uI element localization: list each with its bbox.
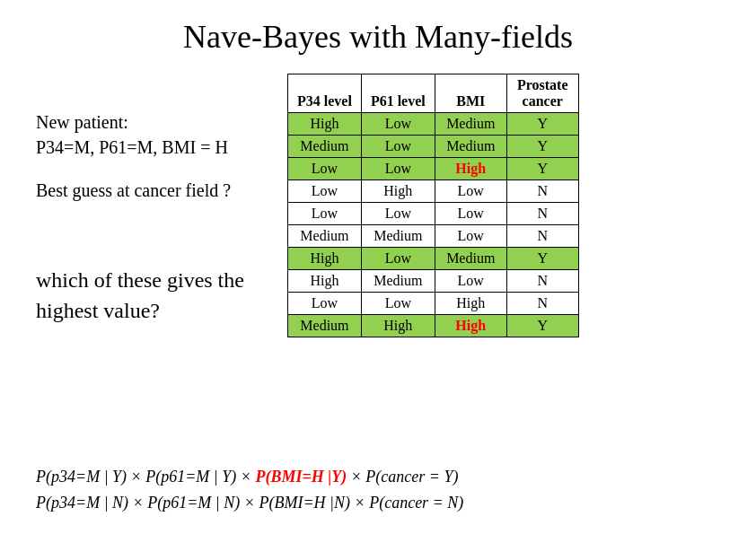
cell-cancer: N <box>506 203 578 225</box>
cell-p61: Low <box>361 136 435 158</box>
cell-cancer: N <box>506 293 578 315</box>
cell-p34: Medium <box>288 136 362 158</box>
table-panel: P34 level P61 level BMI Prostatecancer H… <box>287 74 720 337</box>
table-row: LowLowHighY <box>288 158 579 180</box>
cell-p34: Medium <box>288 225 362 248</box>
cell-bmi: Low <box>435 203 506 225</box>
table-row: MediumMediumLowN <box>288 225 579 248</box>
cell-p34: Low <box>288 158 362 180</box>
footer-line1: P(p34=M | Y) × P(p61=M | Y) × P(BMI=H |Y… <box>36 464 463 490</box>
cell-p61: High <box>361 180 435 203</box>
cell-p34: Low <box>288 293 362 315</box>
cell-bmi: High <box>435 158 506 180</box>
cell-cancer: Y <box>506 158 578 180</box>
table-row: LowLowLowN <box>288 203 579 225</box>
cell-p61: High <box>361 315 435 337</box>
cell-cancer: Y <box>506 136 578 158</box>
cell-bmi: Low <box>435 180 506 203</box>
cell-p61: Low <box>361 158 435 180</box>
table-header-row: P34 level P61 level BMI Prostatecancer <box>288 74 579 113</box>
main-content: New patient: P34=M, P61=M, BMI = H Best … <box>36 74 720 337</box>
table-row: HighLowMediumY <box>288 113 579 136</box>
cell-cancer: N <box>506 270 578 293</box>
footer-line1-post: × P(cancer = Y) <box>347 468 458 486</box>
footer: P(p34=M | Y) × P(p61=M | Y) × P(BMI=H |Y… <box>36 464 463 516</box>
header-p61: P61 level <box>361 74 435 113</box>
table-row: LowLowHighN <box>288 293 579 315</box>
table-row: HighLowMediumY <box>288 248 579 270</box>
cell-bmi: Low <box>435 225 506 248</box>
cell-cancer: Y <box>506 315 578 337</box>
header-bmi: BMI <box>435 74 506 113</box>
table-row: MediumLowMediumY <box>288 136 579 158</box>
cell-bmi: Medium <box>435 113 506 136</box>
which-text: which of these gives the highest value? <box>36 266 269 326</box>
footer-line2: P(p34=M | N) × P(p61=M | N) × P(BMI=H |N… <box>36 490 463 516</box>
cell-p61: Medium <box>361 225 435 248</box>
page: Nave-Bayes with Many-fields New patient:… <box>0 0 756 534</box>
table-row: HighMediumLowN <box>288 270 579 293</box>
cell-p34: Low <box>288 180 362 203</box>
cell-bmi: High <box>435 293 506 315</box>
header-p34: P34 level <box>288 74 362 113</box>
footer-line1-highlight: P(BMI=H |Y) <box>255 468 347 486</box>
table-row: MediumHighHighY <box>288 315 579 337</box>
cell-p61: Low <box>361 293 435 315</box>
cell-bmi: Medium <box>435 248 506 270</box>
cell-bmi: High <box>435 315 506 337</box>
cell-p61: Low <box>361 203 435 225</box>
data-table: P34 level P61 level BMI Prostatecancer H… <box>287 74 579 337</box>
cell-p34: High <box>288 270 362 293</box>
cell-cancer: Y <box>506 248 578 270</box>
page-title: Nave-Bayes with Many-fields <box>36 18 720 56</box>
cell-p61: Low <box>361 113 435 136</box>
cell-cancer: N <box>506 225 578 248</box>
footer-line1-pre: P(p34=M | Y) × P(p61=M | Y) × <box>36 468 255 486</box>
cell-cancer: N <box>506 180 578 203</box>
cell-p61: Medium <box>361 270 435 293</box>
new-patient-label: New patient: P34=M, P61=M, BMI = H <box>36 109 269 160</box>
best-guess-text: Best guess at cancer field ? <box>36 178 269 203</box>
new-patient-section: New patient: P34=M, P61=M, BMI = H Best … <box>36 109 269 257</box>
cell-p34: High <box>288 248 362 270</box>
cell-bmi: Low <box>435 270 506 293</box>
cell-cancer: Y <box>506 113 578 136</box>
cell-p34: High <box>288 113 362 136</box>
cell-p61: Low <box>361 248 435 270</box>
header-cancer: Prostatecancer <box>506 74 578 113</box>
cell-p34: Medium <box>288 315 362 337</box>
footer-line2-text: P(p34=M | N) × P(p61=M | N) × P(BMI=H |N… <box>36 494 463 512</box>
left-panel: New patient: P34=M, P61=M, BMI = H Best … <box>36 74 269 326</box>
cell-p34: Low <box>288 203 362 225</box>
table-row: LowHighLowN <box>288 180 579 203</box>
cell-bmi: Medium <box>435 136 506 158</box>
